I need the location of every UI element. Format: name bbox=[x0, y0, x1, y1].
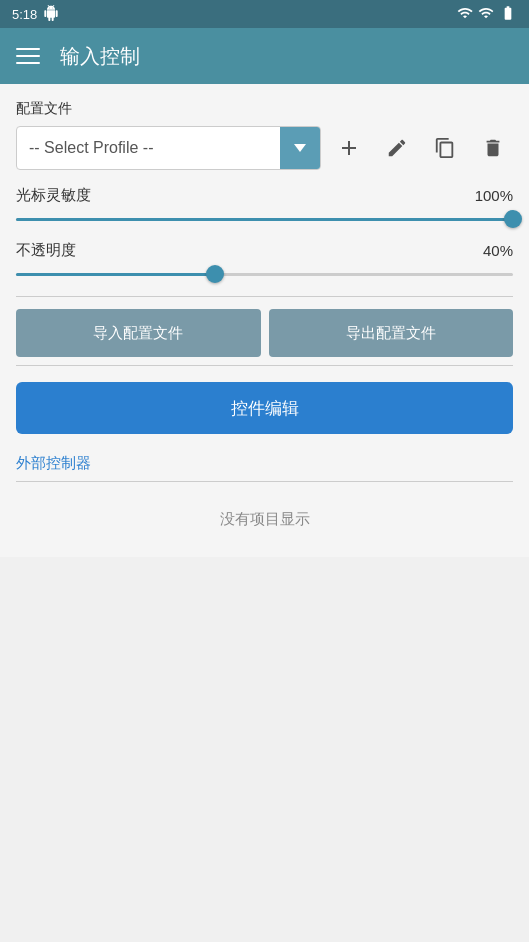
delete-profile-button[interactable] bbox=[473, 128, 513, 168]
profile-select-text: -- Select Profile -- bbox=[17, 139, 280, 157]
sensitivity-label: 光标灵敏度 bbox=[16, 186, 91, 205]
external-controller-header: 外部控制器 bbox=[16, 454, 513, 482]
copy-profile-button[interactable] bbox=[425, 128, 465, 168]
control-edit-button[interactable]: 控件编辑 bbox=[16, 382, 513, 434]
main-content: 配置文件 -- Select Profile -- 光标灵敏度 100 bbox=[0, 84, 529, 557]
opacity-label: 不透明度 bbox=[16, 241, 76, 260]
opacity-fill bbox=[16, 273, 215, 276]
import-button[interactable]: 导入配置文件 bbox=[16, 309, 261, 357]
export-button[interactable]: 导出配置文件 bbox=[269, 309, 514, 357]
status-bar: 5:18 bbox=[0, 0, 529, 28]
sensitivity-fill bbox=[16, 218, 513, 221]
signal-icon bbox=[478, 5, 494, 24]
time-display: 5:18 bbox=[12, 7, 37, 22]
profile-select-wrapper[interactable]: -- Select Profile -- bbox=[16, 126, 321, 170]
opacity-section: 不透明度 40% bbox=[16, 241, 513, 284]
wifi-icon bbox=[457, 5, 473, 24]
opacity-slider-row: 不透明度 40% bbox=[16, 241, 513, 260]
opacity-slider-container[interactable] bbox=[16, 264, 513, 284]
sensitivity-value: 100% bbox=[475, 187, 513, 204]
sensitivity-slider-row: 光标灵敏度 100% bbox=[16, 186, 513, 205]
hamburger-menu-icon[interactable] bbox=[16, 48, 40, 64]
profile-dropdown-button[interactable] bbox=[280, 126, 320, 170]
empty-message: 没有项目显示 bbox=[16, 498, 513, 541]
add-profile-button[interactable] bbox=[329, 128, 369, 168]
sensitivity-section: 光标灵敏度 100% bbox=[16, 186, 513, 229]
import-export-row: 导入配置文件 导出配置文件 bbox=[16, 309, 513, 357]
sensitivity-thumb[interactable] bbox=[504, 210, 522, 228]
sensitivity-slider-container[interactable] bbox=[16, 209, 513, 229]
profile-section-label: 配置文件 bbox=[16, 100, 513, 118]
app-bar: 输入控制 bbox=[0, 28, 529, 84]
android-icon bbox=[43, 5, 59, 24]
sensitivity-track bbox=[16, 218, 513, 221]
profile-row: -- Select Profile -- bbox=[16, 126, 513, 170]
edit-profile-button[interactable] bbox=[377, 128, 417, 168]
app-bar-title: 输入控制 bbox=[60, 43, 140, 70]
opacity-value: 40% bbox=[483, 242, 513, 259]
battery-icon bbox=[499, 5, 517, 24]
divider-1 bbox=[16, 296, 513, 297]
opacity-thumb[interactable] bbox=[206, 265, 224, 283]
opacity-track bbox=[16, 273, 513, 276]
chevron-down-icon bbox=[294, 144, 306, 152]
status-bar-right bbox=[457, 5, 517, 24]
status-bar-left: 5:18 bbox=[12, 5, 59, 24]
divider-2 bbox=[16, 365, 513, 366]
